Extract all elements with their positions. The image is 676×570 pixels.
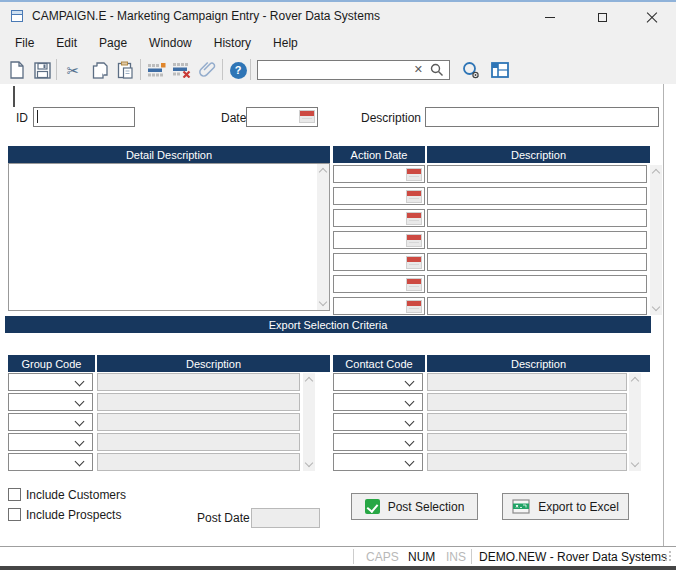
- save-button[interactable]: [31, 59, 53, 81]
- calendar-icon[interactable]: [406, 190, 422, 203]
- table-view-button[interactable]: [489, 59, 511, 81]
- scroll-down-icon[interactable]: [651, 303, 659, 311]
- group-description-field: [97, 413, 300, 431]
- group-code-header: Group Code: [8, 355, 95, 372]
- action-date-input[interactable]: [333, 231, 425, 249]
- scroll-up-icon[interactable]: [651, 169, 659, 177]
- contact-description-field: [427, 453, 627, 471]
- action-date-input[interactable]: [333, 253, 425, 271]
- cut-button[interactable]: ✂: [62, 59, 84, 81]
- menu-item-page[interactable]: Page: [88, 32, 138, 54]
- include-prospects-label: Include Prospects: [26, 508, 121, 522]
- menu-item-window[interactable]: Window: [138, 32, 203, 54]
- contact-description-header: Description: [427, 355, 650, 372]
- include-prospects-checkbox[interactable]: [8, 508, 21, 521]
- calendar-icon[interactable]: [406, 212, 422, 225]
- contact-code-combo[interactable]: [333, 373, 423, 391]
- action-rows: [333, 165, 650, 315]
- action-scrollbar[interactable]: [650, 165, 662, 315]
- calendar-icon[interactable]: [406, 234, 422, 247]
- chevron-down-icon: [75, 457, 85, 467]
- group-code-combo[interactable]: [8, 413, 93, 431]
- contact-code-combo[interactable]: [333, 433, 423, 451]
- new-document-icon: [9, 61, 25, 79]
- advanced-find-button[interactable]: [460, 59, 482, 81]
- resize-grip[interactable]: [661, 551, 673, 563]
- date-input[interactable]: [246, 107, 318, 127]
- attachment-button[interactable]: [196, 59, 218, 81]
- caret-mark: [13, 86, 15, 107]
- chevron-down-icon: [405, 377, 415, 387]
- status-separator: [353, 549, 354, 564]
- scroll-down-icon[interactable]: [318, 298, 326, 306]
- menu-bar: File Edit Page Window History Help: [0, 30, 676, 56]
- action-description-input[interactable]: [427, 209, 647, 227]
- scroll-up-icon[interactable]: [630, 377, 638, 385]
- search-icon[interactable]: [430, 63, 444, 81]
- action-date-header: Action Date: [333, 146, 425, 163]
- contact-scrollbar[interactable]: [629, 373, 641, 471]
- detail-description-textarea[interactable]: [8, 163, 330, 311]
- group-scrollbar[interactable]: [303, 373, 315, 471]
- calendar-icon[interactable]: [406, 256, 422, 269]
- action-description-input[interactable]: [427, 253, 647, 271]
- delete-row-button[interactable]: [171, 59, 193, 81]
- action-description-input[interactable]: [427, 231, 647, 249]
- help-button[interactable]: ?: [227, 59, 249, 81]
- copy-button[interactable]: [89, 59, 111, 81]
- action-date-input[interactable]: [333, 187, 425, 205]
- action-date-input[interactable]: [333, 209, 425, 227]
- contact-description-field: [427, 393, 627, 411]
- contact-code-combo[interactable]: [333, 393, 423, 411]
- close-button[interactable]: [629, 4, 675, 31]
- group-code-combo[interactable]: [8, 453, 93, 471]
- search-input[interactable]: [261, 62, 415, 80]
- chevron-down-icon: [405, 417, 415, 427]
- menu-item-help[interactable]: Help: [262, 32, 309, 54]
- excel-icon: [512, 499, 530, 514]
- action-description-input[interactable]: [427, 297, 647, 315]
- action-date-input[interactable]: [333, 275, 425, 293]
- action-row: [333, 187, 650, 205]
- clear-search-icon[interactable]: ✕: [414, 63, 423, 76]
- minimize-button[interactable]: [527, 4, 573, 31]
- calendar-icon[interactable]: [406, 278, 422, 291]
- export-to-excel-button[interactable]: Export to Excel: [502, 493, 629, 520]
- action-date-input[interactable]: [333, 165, 425, 183]
- description-input[interactable]: [425, 107, 659, 127]
- post-selection-label: Post Selection: [388, 500, 465, 514]
- detail-scrollbar[interactable]: [317, 164, 329, 310]
- insert-row-button[interactable]: [146, 59, 168, 81]
- calendar-icon[interactable]: [406, 300, 422, 313]
- delete-row-icon: [173, 63, 191, 78]
- scroll-down-icon[interactable]: [304, 459, 312, 467]
- group-code-combo[interactable]: [8, 433, 93, 451]
- post-selection-button[interactable]: Post Selection: [351, 493, 478, 520]
- id-input[interactable]: [33, 107, 135, 127]
- action-description-input[interactable]: [427, 275, 647, 293]
- paperclip-icon: [198, 61, 216, 79]
- action-date-input[interactable]: [333, 297, 425, 315]
- scroll-down-icon[interactable]: [630, 459, 638, 467]
- scroll-up-icon[interactable]: [318, 168, 326, 176]
- new-document-button[interactable]: [6, 59, 28, 81]
- group-code-combo[interactable]: [8, 393, 93, 411]
- group-description-header: Description: [97, 355, 330, 372]
- contact-code-combo[interactable]: [333, 453, 423, 471]
- action-description-input[interactable]: [427, 187, 647, 205]
- contact-description-field: [427, 413, 627, 431]
- action-description-input[interactable]: [427, 165, 647, 183]
- green-check-icon: [365, 499, 380, 514]
- calendar-icon[interactable]: [406, 168, 422, 181]
- include-customers-checkbox[interactable]: [8, 488, 21, 501]
- paste-button[interactable]: [114, 59, 136, 81]
- menu-item-history[interactable]: History: [203, 32, 262, 54]
- calendar-icon[interactable]: [299, 110, 315, 123]
- maximize-button[interactable]: [579, 4, 625, 31]
- scroll-up-icon[interactable]: [304, 377, 312, 385]
- menu-item-edit[interactable]: Edit: [45, 32, 88, 54]
- group-code-combo[interactable]: [8, 373, 93, 391]
- contact-code-combo[interactable]: [333, 413, 423, 431]
- toolbar-separator: [250, 59, 251, 80]
- menu-item-file[interactable]: File: [4, 32, 45, 54]
